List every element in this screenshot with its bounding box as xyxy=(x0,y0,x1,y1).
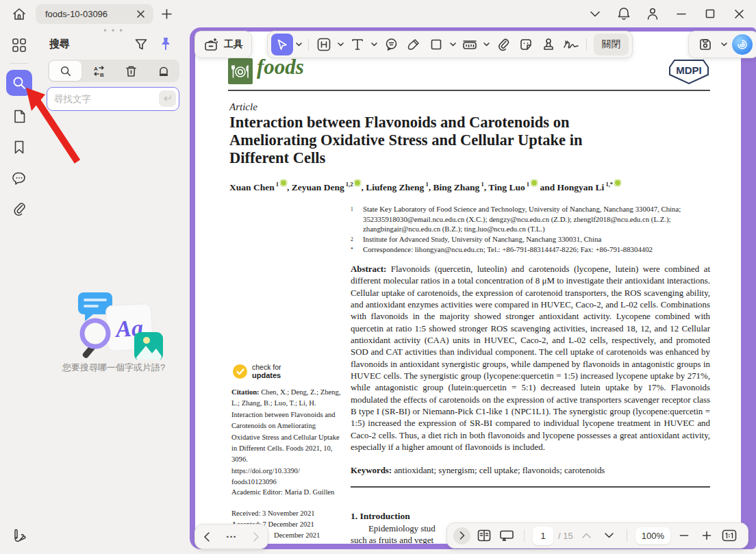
toolbox-icon xyxy=(203,37,218,52)
shape-tool-dropdown[interactable] xyxy=(448,34,458,55)
pin-panel-button[interactable] xyxy=(158,36,174,52)
comment-bubble-icon xyxy=(384,38,399,51)
layers-fan-icon xyxy=(11,527,27,542)
next-page-button[interactable] xyxy=(601,527,618,544)
ai-assistant-button[interactable] xyxy=(732,34,753,55)
chevron-right-icon xyxy=(459,531,465,540)
zoom-level[interactable]: 100% xyxy=(635,527,670,544)
nav-more-button[interactable]: ... xyxy=(226,531,237,542)
search-mode-replace[interactable]: AB xyxy=(83,60,115,82)
pdf-page: foods MDPI Article Interaction between F… xyxy=(195,32,741,544)
maximize-icon xyxy=(705,8,716,19)
tools-button[interactable]: 工具 xyxy=(194,31,252,58)
heading-tool-button[interactable] xyxy=(313,34,335,55)
minimize-button[interactable] xyxy=(672,5,690,23)
text-tool-button[interactable] xyxy=(346,34,368,55)
attach-tool-button[interactable] xyxy=(492,34,514,55)
heading-icon xyxy=(316,37,331,52)
chevron-up-icon xyxy=(582,533,591,538)
chevron-down-icon xyxy=(483,42,490,47)
article-type: Article xyxy=(229,101,257,113)
zoom-out-button[interactable] xyxy=(675,527,693,544)
close-annotate-button[interactable]: 關閉 xyxy=(594,34,629,55)
maximize-button[interactable] xyxy=(701,5,719,23)
highlight-text-icon xyxy=(158,65,170,77)
pen-tool-button[interactable] xyxy=(403,34,425,55)
search-mode-find[interactable] xyxy=(49,61,81,81)
comment-tool-button[interactable] xyxy=(380,34,402,55)
measure-tool-button[interactable] xyxy=(459,34,481,55)
save-dropdown[interactable] xyxy=(719,34,729,55)
tools-label: 工具 xyxy=(224,38,243,51)
rectangle-shape-icon xyxy=(430,38,442,51)
tab-close-button[interactable] xyxy=(134,8,147,21)
badge-line2: updates xyxy=(252,371,281,379)
sidebar-tab-attachments[interactable] xyxy=(11,201,27,217)
page-number-input[interactable]: 1 xyxy=(533,527,553,545)
sidebar-tab-thumbnails[interactable] xyxy=(11,108,27,125)
svg-text:B: B xyxy=(100,72,104,77)
close-icon xyxy=(734,9,744,19)
keywords: Keywords: antioxidant; synergism; cell u… xyxy=(351,466,710,476)
sidebar-tab-bookmarks[interactable] xyxy=(11,139,27,155)
select-tool-dropdown[interactable] xyxy=(294,34,304,55)
previous-page-button[interactable] xyxy=(578,527,596,544)
nav-forward-button[interactable] xyxy=(253,532,260,542)
search-submit-button[interactable] xyxy=(159,90,176,107)
minimize-icon xyxy=(676,8,687,19)
authors-line: Xuan Chen 1, Zeyuan Deng 1,2, Liufeng Zh… xyxy=(229,179,709,193)
chevron-down-icon xyxy=(450,42,456,47)
account-button[interactable] xyxy=(644,5,662,23)
affiliation-row: *Correspondence: lihongyan@ncu.edu.cn; T… xyxy=(351,244,709,255)
affiliation-row: 2Institute for Advanced Study, Universit… xyxy=(351,234,709,245)
search-empty-hint: 您要搜尋哪一個字或片語? xyxy=(38,362,189,374)
nav-back-button[interactable] xyxy=(203,532,210,542)
search-mode-highlight[interactable] xyxy=(147,60,179,82)
page-total-label: / 15 xyxy=(558,531,573,541)
heading-tool-dropdown[interactable] xyxy=(336,34,346,55)
ai-swirl-icon xyxy=(736,38,748,51)
page-layout-button[interactable] xyxy=(475,527,493,544)
ruler-icon xyxy=(462,38,477,51)
page-icon xyxy=(12,109,27,124)
titlebar-dropdown-button[interactable] xyxy=(586,5,604,23)
text-icon xyxy=(351,38,364,51)
save-button[interactable] xyxy=(694,34,716,55)
select-tool-button[interactable] xyxy=(271,34,293,55)
close-window-button[interactable] xyxy=(730,5,748,23)
published-date-partial: December 2021 xyxy=(274,531,320,539)
document-tab[interactable]: foods-10-03096 xyxy=(36,4,153,24)
collapse-bar-button[interactable] xyxy=(453,527,470,544)
chevron-left-icon xyxy=(203,532,210,542)
search-filter-button[interactable] xyxy=(133,36,149,53)
shape-tool-button[interactable] xyxy=(425,34,447,55)
home-icon xyxy=(12,7,27,22)
sticker-tool-button[interactable] xyxy=(515,34,537,55)
zoom-in-button[interactable] xyxy=(698,527,716,544)
magnifier-graphic xyxy=(81,320,108,359)
measure-tool-dropdown[interactable] xyxy=(481,34,492,55)
actual-size-button[interactable] xyxy=(720,527,738,544)
affiliation-row: 1State Key Laboratory of Food Science an… xyxy=(351,204,709,234)
text-tool-dropdown[interactable] xyxy=(369,34,379,55)
search-mode-delete[interactable] xyxy=(115,60,147,82)
check-for-updates-badge[interactable]: check for updates xyxy=(233,364,281,379)
abstract: Abstract: Flavonoids (quercetin, luteoli… xyxy=(351,264,710,454)
notifications-button[interactable] xyxy=(615,5,633,23)
home-button[interactable] xyxy=(10,5,28,23)
signature-icon xyxy=(563,38,579,51)
signature-tool-button[interactable] xyxy=(560,34,582,55)
cursor-pointer-icon xyxy=(276,38,288,51)
apps-grid-button[interactable] xyxy=(11,37,27,53)
sidebar-tab-search[interactable] xyxy=(6,70,32,96)
search-icon xyxy=(12,75,27,90)
panel-drag-handle[interactable]: • • • xyxy=(38,27,189,34)
mdpi-logo: MDPI xyxy=(668,59,710,85)
sidebar-tab-comments[interactable] xyxy=(11,170,27,186)
pages-overview-button[interactable] xyxy=(11,527,27,543)
presentation-mode-button[interactable] xyxy=(498,527,516,544)
stamp-tool-button[interactable] xyxy=(538,34,559,55)
new-tab-button[interactable] xyxy=(160,7,173,21)
search-empty-illustration: Aa xyxy=(58,291,171,360)
close-icon xyxy=(137,10,144,18)
